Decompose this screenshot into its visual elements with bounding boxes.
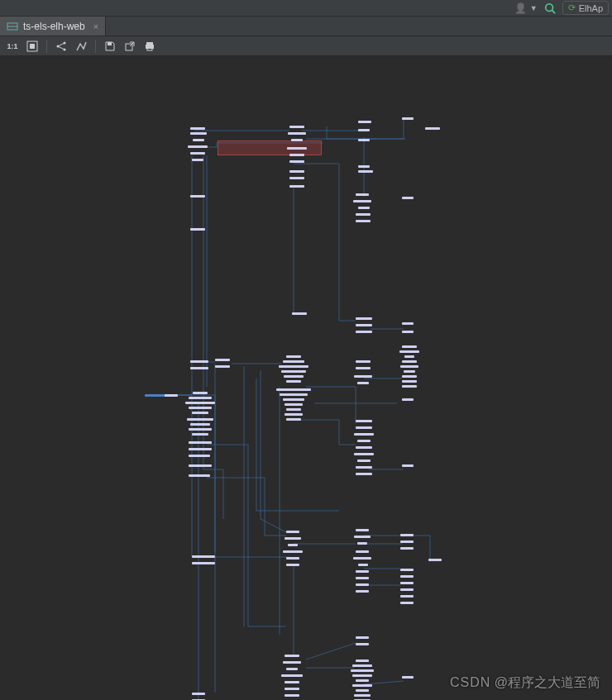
- diagram-node[interactable]: [189, 448, 212, 450]
- diagram-node[interactable]: [286, 531, 299, 533]
- diagram-node[interactable]: [400, 534, 414, 536]
- user-menu[interactable]: ▼: [514, 2, 538, 14]
- diagram-node[interactable]: [356, 590, 369, 593]
- diagram-node[interactable]: [402, 380, 417, 383]
- diagram-node[interactable]: [358, 564, 368, 566]
- diagram-node[interactable]: [402, 322, 414, 325]
- diagram-node[interactable]: [353, 557, 371, 560]
- diagram-node[interactable]: [286, 408, 301, 411]
- diagram-node[interactable]: [192, 693, 205, 695]
- layout-button[interactable]: [52, 38, 70, 55]
- diagram-node[interactable]: [356, 570, 369, 573]
- diagram-node[interactable]: [400, 547, 414, 550]
- diagram-node[interactable]: [284, 694, 299, 697]
- export-button[interactable]: [121, 38, 139, 55]
- diagram-node[interactable]: [400, 588, 414, 591]
- diagram-node[interactable]: [354, 453, 374, 455]
- editor-tab[interactable]: ts-els-elh-web ×: [0, 17, 106, 36]
- diagram-node[interactable]: [284, 375, 304, 378]
- diagram-node[interactable]: [190, 132, 207, 135]
- diagram-node[interactable]: [190, 228, 205, 231]
- diagram-node[interactable]: [289, 170, 304, 173]
- diagram-node[interactable]: [281, 674, 303, 677]
- diagram-node[interactable]: [289, 160, 304, 163]
- diagram-node[interactable]: [357, 460, 371, 462]
- diagram-node[interactable]: [402, 464, 414, 467]
- diagram-node[interactable]: [356, 324, 372, 326]
- diagram-node[interactable]: [399, 350, 419, 353]
- diagram-node[interactable]: [356, 446, 372, 449]
- diagram-node[interactable]: [402, 676, 414, 679]
- diagram-node[interactable]: [284, 537, 301, 540]
- diagram-node[interactable]: [352, 684, 372, 687]
- diagram-node[interactable]: [185, 402, 215, 404]
- diagram-node[interactable]: [289, 177, 304, 179]
- diagram-node[interactable]: [192, 555, 215, 558]
- diagram-node[interactable]: [402, 385, 417, 388]
- diagram-node[interactable]: [357, 440, 371, 442]
- diagram-node[interactable]: [283, 661, 301, 664]
- diagram-node[interactable]: [284, 655, 299, 657]
- diagram-node[interactable]: [402, 331, 414, 333]
- diagram-node[interactable]: [286, 668, 298, 670]
- fit-content-button[interactable]: [23, 38, 41, 55]
- diagram-node[interactable]: [192, 433, 208, 436]
- diagram-node[interactable]: [289, 126, 304, 128]
- diagram-node[interactable]: [192, 562, 215, 564]
- diagram-node[interactable]: [356, 360, 371, 363]
- diagram-node[interactable]: [276, 388, 311, 391]
- diagram-node[interactable]: [288, 132, 306, 135]
- diagram-node[interactable]: [288, 544, 298, 546]
- diagram-node[interactable]: [356, 643, 369, 645]
- actual-size-button[interactable]: 1:1: [3, 38, 22, 55]
- diagram-node[interactable]: [353, 200, 371, 202]
- diagram-node[interactable]: [190, 367, 208, 369]
- diagram-node[interactable]: [292, 312, 307, 315]
- diagram-node[interactable]: [356, 636, 369, 639]
- diagram-node[interactable]: [402, 345, 417, 348]
- diagram-node[interactable]: [425, 127, 440, 130]
- diagram-node[interactable]: [428, 559, 442, 561]
- diagram-node[interactable]: [356, 331, 372, 333]
- diagram-node[interactable]: [352, 674, 372, 677]
- diagram-node[interactable]: [356, 420, 372, 422]
- diagram-node[interactable]: [283, 398, 304, 401]
- diagram-node[interactable]: [189, 455, 210, 457]
- diagram-node[interactable]: [289, 154, 304, 156]
- diagram-node[interactable]: [283, 360, 304, 363]
- diagram-node[interactable]: [358, 139, 370, 141]
- diagram-node[interactable]: [358, 207, 370, 209]
- diagram-node[interactable]: [289, 185, 304, 188]
- diagram-node[interactable]: [404, 370, 415, 373]
- diagram-node[interactable]: [358, 165, 370, 168]
- diagram-node[interactable]: [190, 127, 205, 130]
- diagram-node[interactable]: [354, 694, 371, 697]
- diagram-node[interactable]: [192, 159, 203, 161]
- diagram-node[interactable]: [356, 367, 371, 369]
- diagram-node[interactable]: [291, 139, 303, 141]
- diagram-node[interactable]: [400, 365, 418, 368]
- diagram-node[interactable]: [356, 317, 372, 320]
- diagram-node[interactable]: [402, 398, 414, 401]
- diagram-node[interactable]: [356, 679, 369, 682]
- diagram-node[interactable]: [189, 474, 210, 477]
- diagram-node[interactable]: [215, 365, 230, 368]
- diagram-node[interactable]: [189, 428, 212, 431]
- diagram-node[interactable]: [193, 139, 204, 141]
- diagram-node[interactable]: [358, 121, 371, 123]
- diagram-node[interactable]: [356, 550, 369, 553]
- diagram-node[interactable]: [356, 473, 372, 475]
- close-icon[interactable]: ×: [93, 21, 98, 31]
- diagram-node[interactable]: [356, 466, 372, 469]
- diagram-node[interactable]: [402, 360, 417, 363]
- diagram-node[interactable]: [400, 582, 414, 584]
- diagram-node[interactable]: [402, 197, 414, 199]
- diagram-node[interactable]: [356, 577, 369, 579]
- diagram-node[interactable]: [283, 550, 303, 553]
- diagram-node[interactable]: [357, 382, 369, 384]
- diagram-node[interactable]: [187, 418, 213, 421]
- diagram-node[interactable]: [284, 688, 299, 690]
- save-button[interactable]: [101, 38, 119, 55]
- run-config-button[interactable]: ⟳ ElhAp: [562, 1, 609, 15]
- diagram-node[interactable]: [400, 575, 414, 578]
